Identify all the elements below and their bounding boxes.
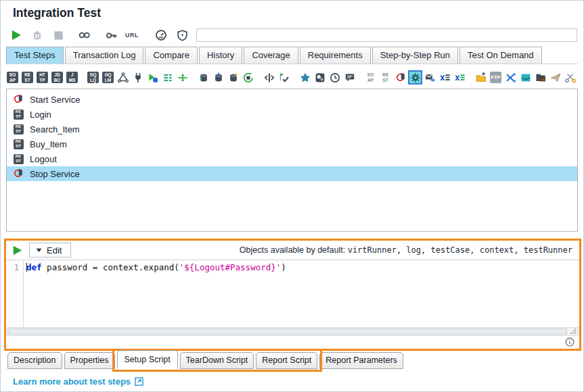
soap-request-step-icon[interactable]: SOAP xyxy=(7,72,18,83)
test-step-row-logout[interactable]: RESTLogout xyxy=(7,151,577,166)
endpoint-url-button[interactable]: URL xyxy=(122,28,142,43)
tab-history[interactable]: History xyxy=(199,47,242,64)
http-request-step-icon[interactable]: HTTP xyxy=(37,72,48,83)
editor-info-icon[interactable] xyxy=(565,337,575,347)
tab-report-parameters[interactable]: Report Parameters xyxy=(319,352,403,369)
groovy-gear-tool-icon[interactable] xyxy=(409,72,421,83)
tab-requirements[interactable]: Requirements xyxy=(300,47,371,64)
file-wait-step-icon[interactable] xyxy=(475,72,487,83)
run-scenario-step-icon[interactable] xyxy=(424,72,436,83)
tab-transaction-log[interactable]: Transaction Log xyxy=(65,47,144,64)
editor-status-bar xyxy=(6,336,579,347)
assertion-step-icon[interactable] xyxy=(299,72,311,83)
virt-runner-step-icon[interactable] xyxy=(395,72,406,83)
excel-source-step-icon[interactable] xyxy=(439,72,451,83)
edit-dropdown-button[interactable]: Edit xyxy=(29,243,71,258)
rest-request-icon: REST xyxy=(13,139,24,149)
datasink-step-icon[interactable] xyxy=(212,72,224,83)
datagen-step-icon[interactable] xyxy=(227,72,239,83)
ftp-step-icon[interactable]: FTP xyxy=(490,72,501,83)
run-script-button[interactable] xyxy=(12,245,23,256)
delay-step-icon[interactable] xyxy=(329,72,340,83)
tab-coverage[interactable]: Coverage xyxy=(244,47,298,64)
code-line[interactable]: def password = context.expand('${Logout#… xyxy=(24,260,286,327)
test-case-window: Integration Test URL xyxy=(0,0,584,392)
jdbc-request-step-icon[interactable]: JDBC xyxy=(51,72,63,83)
excel-sink-step-icon[interactable] xyxy=(454,72,466,83)
resize-grip-icon[interactable] xyxy=(569,328,577,335)
script-editor-toolbar: Edit Objects available by default: virtR… xyxy=(6,241,579,260)
test-step-label: Start Service xyxy=(30,95,80,105)
test-step-row-login[interactable]: RESTLogin xyxy=(7,107,577,122)
test-step-toolbar: SOAPRESTHTTPJDBCJMSGQLQGQLMSOAPRESTFTP xyxy=(7,68,578,87)
line-number-gutter: 1 xyxy=(6,260,24,327)
key-icon xyxy=(105,30,118,41)
datasource-step-icon[interactable] xyxy=(198,72,209,83)
manual-step-icon[interactable] xyxy=(344,72,355,83)
soap-mock-step-icon[interactable]: SOAP xyxy=(365,72,376,83)
learn-more-link[interactable]: Learn more about test steps xyxy=(13,376,143,387)
test-step-row-stop-service[interactable]: Stop Service xyxy=(7,166,577,181)
toolbar-search-input[interactable] xyxy=(196,28,577,42)
bottom-tabs: DescriptionPropertiesSetup ScriptTearDow… xyxy=(7,352,405,369)
tab-description[interactable]: Description xyxy=(7,352,62,369)
objects-hint: Objects available by default: virtRunner… xyxy=(240,245,574,255)
scrollbar-thumb[interactable] xyxy=(8,328,567,335)
page-title: Integration Test xyxy=(13,6,101,20)
chevron-down-icon xyxy=(36,248,42,253)
amf-request-step-icon[interactable] xyxy=(117,72,129,83)
security-button[interactable] xyxy=(175,28,189,43)
stop-button[interactable] xyxy=(51,28,66,43)
dataloop-step-icon[interactable] xyxy=(242,72,254,83)
graphql-mutation-step-icon[interactable]: GQLM xyxy=(102,72,114,83)
shuffle-step-icon[interactable] xyxy=(505,72,516,83)
script-code-area[interactable]: 1 def password = context.expand('${Logou… xyxy=(6,260,579,327)
archive-step-icon[interactable] xyxy=(535,72,546,83)
setup-script-editor-panel: Edit Objects available by default: virtR… xyxy=(4,239,581,351)
code-token-keyword: def xyxy=(26,262,42,272)
test-step-row-start-service[interactable]: Start Service xyxy=(7,92,577,107)
tab-compare[interactable]: Compare xyxy=(145,47,197,64)
inbox-step-icon[interactable] xyxy=(520,72,531,83)
run-testcase-step-icon[interactable] xyxy=(147,72,158,83)
publish-step-icon[interactable] xyxy=(549,72,561,83)
infinity-icon xyxy=(77,30,92,41)
run-button[interactable] xyxy=(9,28,24,43)
plug-step-icon[interactable] xyxy=(132,72,143,83)
tab-setup-script[interactable]: Setup Script xyxy=(117,350,178,369)
test-step-row-search-item[interactable]: RESTSearch_Item xyxy=(7,122,577,137)
bug-icon xyxy=(31,29,43,41)
groovy-script-step-icon[interactable] xyxy=(314,72,325,83)
test-step-row-buy-item[interactable]: RESTBuy_Item xyxy=(7,137,577,151)
rest-mock-step-icon[interactable]: REST xyxy=(380,72,391,83)
virt-runner-icon xyxy=(13,94,24,105)
tab-report-script[interactable]: Report Script xyxy=(256,352,317,369)
value-transfer-step-icon[interactable] xyxy=(177,72,188,83)
property-transfer-step-icon[interactable] xyxy=(263,72,275,83)
tab-test-on-demand[interactable]: Test On Demand xyxy=(459,47,542,64)
auth-key-button[interactable] xyxy=(104,28,118,43)
virt-runner-icon xyxy=(13,168,24,179)
tab-step-by-step-run[interactable]: Step-by-Step Run xyxy=(372,47,458,64)
debug-run-button[interactable] xyxy=(30,28,45,43)
gauge-icon xyxy=(155,29,167,41)
jms-request-step-icon[interactable]: JMS xyxy=(66,72,78,83)
tab-properties[interactable]: Properties xyxy=(64,352,115,369)
tab-teardown-script[interactable]: TearDown Script xyxy=(180,352,254,369)
external-link-icon xyxy=(135,377,143,386)
tab-test-steps[interactable]: Test Steps xyxy=(6,47,64,64)
rest-request-icon: REST xyxy=(13,124,24,134)
objects-list: virtRunner, log, testCase, context, test… xyxy=(348,245,572,255)
play-icon xyxy=(10,29,22,41)
unlink-step-icon[interactable] xyxy=(564,72,576,83)
horizontal-scrollbar[interactable] xyxy=(7,327,579,336)
graphql-query-step-icon[interactable]: GQLQ xyxy=(87,72,99,83)
rest-request-step-icon[interactable]: REST xyxy=(22,72,33,83)
test-step-label: Search_Item xyxy=(30,124,80,134)
code-token-string: '${Logout#Password}' xyxy=(179,262,282,272)
repeat-run-button[interactable] xyxy=(77,28,92,43)
statistics-button[interactable] xyxy=(154,28,169,43)
properties-step-icon[interactable] xyxy=(162,72,173,83)
conditional-goto-step-icon[interactable] xyxy=(278,72,290,83)
test-step-label: Stop Service xyxy=(30,169,80,179)
